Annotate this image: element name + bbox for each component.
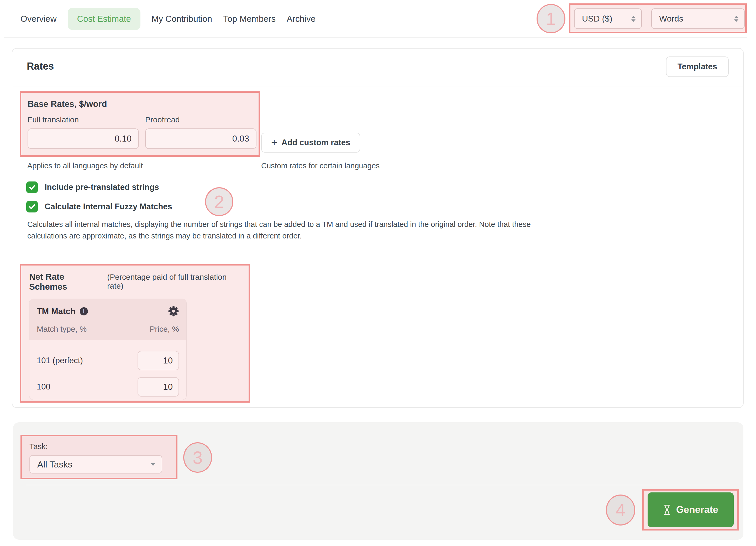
annotation-circle-2: 2 — [205, 187, 233, 216]
tm-match-row-101: 101 (perfect) — [37, 351, 179, 370]
annotation-circle-1: 1 — [537, 4, 565, 33]
checkbox-row-internal-fuzzy[interactable]: Calculate Internal Fuzzy Matches — [26, 201, 172, 212]
info-icon[interactable]: i — [80, 307, 88, 316]
net-rate-schemes-subtitle: (Percentage paid of full translation rat… — [107, 272, 243, 291]
chevron-down-icon — [151, 463, 155, 466]
task-label: Task: — [29, 442, 170, 451]
checkbox-row-include-pretranslated[interactable]: Include pre-translated strings — [26, 181, 159, 193]
tm-match-row-100: 100 — [37, 377, 179, 397]
nav-divider — [4, 37, 747, 38]
checkbox-checked-icon[interactable] — [26, 181, 38, 193]
checkbox-label: Calculate Internal Fuzzy Matches — [45, 202, 172, 211]
task-section: Task: All Tasks — [20, 435, 177, 479]
match-type-label: 100 — [37, 382, 50, 392]
match-type-column-header: Match type, % — [37, 325, 87, 334]
panel-divider — [26, 485, 730, 485]
tm-match-body: 101 (perfect) 100 — [29, 340, 186, 400]
checkmark-icon — [28, 203, 36, 210]
plus-icon: + — [271, 137, 277, 148]
rates-title: Rates — [27, 61, 54, 72]
tm-match-card: TM Match i — [29, 299, 187, 400]
updown-arrows-icon — [631, 16, 636, 22]
generate-button[interactable]: Generate — [648, 492, 734, 527]
tab-archive[interactable]: Archive — [287, 14, 316, 24]
base-rates-helper-text: Applies to all languages by default — [27, 161, 143, 170]
tab-overview[interactable]: Overview — [20, 14, 57, 24]
annotation-highlight-box-4: Generate — [642, 489, 739, 531]
proofread-input[interactable] — [145, 128, 256, 149]
annotation-circle-4: 4 — [606, 495, 635, 526]
match-type-label: 101 (perfect) — [37, 356, 83, 365]
updown-arrows-icon — [734, 16, 738, 22]
generate-panel: Task: All Tasks Generate — [13, 422, 743, 540]
annotation-circle-3: 3 — [183, 442, 212, 473]
price-input-101[interactable] — [138, 351, 179, 370]
checkbox-label: Include pre-translated strings — [45, 182, 159, 192]
net-rate-schemes-title: Net Rate Schemes — [29, 272, 103, 292]
tm-match-header: TM Match i — [29, 299, 186, 340]
nav-tabs: Overview Cost Estimate My Contribution T… — [20, 0, 316, 38]
rates-card: Rates Templates Base Rates, $/word Full … — [12, 48, 744, 408]
price-column-header: Price, % — [150, 325, 179, 334]
proofread-label: Proofread — [145, 115, 256, 124]
units-dropdown-value: Words — [659, 14, 683, 24]
currency-dropdown-value: USD ($) — [582, 14, 612, 24]
gear-icon[interactable] — [168, 306, 179, 317]
rates-card-header: Rates Templates — [12, 49, 743, 86]
full-translation-label: Full translation — [28, 115, 139, 124]
generate-button-label: Generate — [676, 504, 718, 515]
full-translation-input[interactable] — [28, 128, 139, 149]
task-dropdown-value: All Tasks — [37, 459, 72, 470]
tab-cost-estimate[interactable]: Cost Estimate — [68, 8, 140, 30]
net-rate-schemes-section: Net Rate Schemes (Percentage paid of ful… — [20, 264, 250, 403]
templates-button[interactable]: Templates — [666, 56, 729, 77]
tab-top-members[interactable]: Top Members — [223, 14, 276, 24]
tab-my-contribution[interactable]: My Contribution — [151, 14, 212, 24]
hourglass-icon — [663, 504, 671, 515]
checkmark-icon — [28, 183, 36, 191]
base-rates-title: Base Rates, $/word — [28, 99, 254, 109]
tm-match-title: TM Match — [37, 307, 76, 316]
add-custom-rates-button[interactable]: + Add custom rates — [261, 133, 360, 152]
price-input-100[interactable] — [138, 377, 179, 397]
units-dropdown[interactable]: Words — [651, 8, 745, 29]
currency-dropdown[interactable]: USD ($) — [574, 8, 642, 29]
checkbox-checked-icon[interactable] — [26, 201, 38, 212]
fuzzy-matches-note: Calculates all internal matches, display… — [27, 219, 534, 241]
add-custom-rates-label: Add custom rates — [281, 138, 350, 147]
top-navigation: Overview Cost Estimate My Contribution T… — [0, 0, 756, 38]
base-rates-section: Base Rates, $/word Full translation Proo… — [20, 91, 260, 157]
task-dropdown[interactable]: All Tasks — [29, 455, 162, 474]
custom-rates-helper-text: Custom rates for certain languages — [261, 161, 380, 170]
